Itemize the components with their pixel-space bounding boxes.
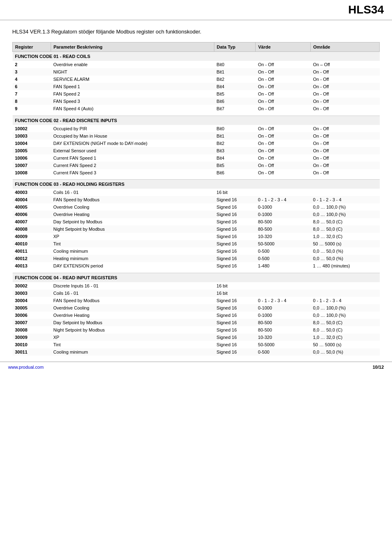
cell-datatype: Signed 16 — [214, 255, 255, 262]
cell-range — [310, 189, 379, 196]
cell-range: 8,0 … 50,0 (C) — [310, 326, 379, 334]
table-row: 40004FAN Speed by ModbusSigned 160 - 1 -… — [13, 196, 380, 203]
cell-range: 8,0 … 50,0 (C) — [310, 319, 379, 326]
cell-description: Coils 16 - 01 — [51, 189, 214, 196]
table-row: 30007Day Setpoint by ModbusSigned 1680-5… — [13, 319, 380, 326]
table-row: 40009XPSigned 1610-3201,0 … 32,0 (C) — [13, 233, 380, 240]
cell-value: 0-1000 — [256, 211, 311, 218]
cell-datatype: Signed 16 — [214, 341, 255, 348]
cell-register: 8 — [13, 98, 51, 105]
cell-value: 10-320 — [256, 233, 311, 240]
cell-register: 4 — [13, 76, 51, 83]
table-row: 30009XPSigned 1610-3201,0 … 32,0 (C) — [13, 334, 380, 341]
cell-datatype: Signed 16 — [214, 348, 255, 356]
table-row: 40013DAY EXTENSION periodSigned 161-4801… — [13, 262, 380, 269]
table-row: 30006Overdrive HeatingSigned 160-10000,0… — [13, 312, 380, 319]
cell-value: 80-500 — [256, 225, 311, 233]
footer-url[interactable]: www.produal.com — [8, 365, 44, 370]
cell-datatype: Signed 16 — [214, 211, 255, 218]
cell-description: Overdrive Heating — [51, 312, 214, 319]
cell-register: 9 — [13, 105, 51, 112]
spacer-row — [13, 112, 380, 116]
table-header-row: Register Parameter Beskrivning Data Typ … — [13, 42, 380, 52]
cell-value: 0 - 1 - 2 - 3 - 4 — [256, 196, 311, 203]
cell-description: Occupied by PIR — [51, 125, 214, 132]
cell-description: FAN Speed 3 — [51, 98, 214, 105]
cell-datatype: Bit3 — [214, 147, 255, 154]
cell-range: 8,0 … 50,0 (C) — [310, 218, 379, 225]
table-row: 30005Overdrive CoolingSigned 160-10000,0… — [13, 304, 380, 312]
cell-register: 40004 — [13, 196, 51, 203]
cell-register: 30010 — [13, 341, 51, 348]
cell-description: SERVICE ALARM — [51, 76, 214, 83]
cell-register: 10008 — [13, 169, 51, 176]
cell-datatype: Signed 16 — [214, 319, 255, 326]
table-row: 9FAN Speed 4 (Auto)Bit7On - OffOn - Off — [13, 105, 380, 112]
cell-register: 30005 — [13, 304, 51, 312]
cell-register: 40013 — [13, 262, 51, 269]
cell-register: 10002 — [13, 125, 51, 132]
cell-datatype: Bit2 — [214, 76, 255, 83]
table-row: 10005External Sensor usedBit3On - OffOn … — [13, 147, 380, 154]
table-row: 30004FAN Speed by ModbusSigned 160 - 1 -… — [13, 297, 380, 304]
cell-value: 50-5000 — [256, 341, 311, 348]
cell-datatype: Signed 16 — [214, 297, 255, 304]
cell-datatype: Bit5 — [214, 162, 255, 169]
table-row: 40003Coils 16 - 0116 bit — [13, 189, 380, 196]
cell-value — [256, 282, 311, 290]
cell-range: 1,0 … 32,0 (C) — [310, 233, 379, 240]
cell-register: 40003 — [13, 189, 51, 196]
table-row: 30003Coils 16 - 0116 bit — [13, 290, 380, 297]
cell-description: Current FAN Speed 3 — [51, 169, 214, 176]
cell-value: On - Off — [256, 76, 311, 83]
cell-range: On - Off — [310, 68, 379, 76]
brand-title: HLS34 — [348, 3, 384, 16]
cell-description: Current FAN Speed 1 — [51, 154, 214, 162]
cell-description: Night Setpoint by Modbus — [51, 225, 214, 233]
cell-range: On - Off — [310, 154, 379, 162]
cell-register: 10003 — [13, 132, 51, 140]
cell-datatype: Signed 16 — [214, 203, 255, 211]
cell-datatype: 16 bit — [214, 282, 255, 290]
cell-value: On - Off — [256, 98, 311, 105]
cell-datatype: 16 bit — [214, 290, 255, 297]
table-row: 40006Overdrive HeatingSigned 160-10000,0… — [13, 211, 380, 218]
cell-value: 0-1000 — [256, 312, 311, 319]
cell-register: 40005 — [13, 203, 51, 211]
cell-value: 1-480 — [256, 262, 311, 269]
cell-value: 10-320 — [256, 334, 311, 341]
col-value: Värde — [256, 42, 311, 52]
table-row: 10008Current FAN Speed 3Bit6On - OffOn -… — [13, 169, 380, 176]
cell-register: 2 — [13, 61, 51, 68]
cell-description: FAN Speed by Modbus — [51, 196, 214, 203]
cell-datatype: Signed 16 — [214, 218, 255, 225]
table-row: 10003Occupied by Man in HouseBit1On - Of… — [13, 132, 380, 140]
cell-value: 0-1000 — [256, 203, 311, 211]
spacer-row — [13, 176, 380, 180]
cell-datatype: Bit1 — [214, 68, 255, 76]
cell-register: 30004 — [13, 297, 51, 304]
cell-value — [256, 189, 311, 196]
cell-register: 30002 — [13, 282, 51, 290]
table-row: 30008Night Setpoint by ModbusSigned 1680… — [13, 326, 380, 334]
cell-description: Discrete Inputs 16 - 01 — [51, 282, 214, 290]
cell-value: 0-1000 — [256, 304, 311, 312]
cell-register: 40010 — [13, 240, 51, 247]
cell-range: 1 … 480 (minutes) — [310, 262, 379, 269]
cell-datatype: Signed 16 — [214, 262, 255, 269]
cell-description: Overdrive Cooling — [51, 304, 214, 312]
table-row: 40012Heating minimumSigned 160-5000,0 … … — [13, 255, 380, 262]
cell-value: On - Off — [256, 83, 311, 90]
col-range: Område — [310, 42, 379, 52]
cell-description: FAN Speed by Modbus — [51, 297, 214, 304]
table-row: 40011Cooling minimumSigned 160-5000,0 … … — [13, 247, 380, 255]
cell-description: XP — [51, 334, 214, 341]
section-header-row: FUNCTION CODE 03 - READ HOLDING REGISTER… — [13, 180, 380, 189]
cell-register: 40011 — [13, 247, 51, 255]
table-row: 40007Day Setpoint by ModbusSigned 1680-5… — [13, 218, 380, 225]
cell-range: 0,0 … 50,0 (%) — [310, 247, 379, 255]
table-row: 30010TintSigned 1650-500050 … 5000 (s) — [13, 341, 380, 348]
page-wrapper: HLS34 HLS34 VER.1.3 Regulatorn stödjer f… — [0, 0, 392, 372]
cell-range: On - Off — [310, 83, 379, 90]
table-row: 7FAN Speed 2Bit5On - OffOn - Off — [13, 90, 380, 98]
